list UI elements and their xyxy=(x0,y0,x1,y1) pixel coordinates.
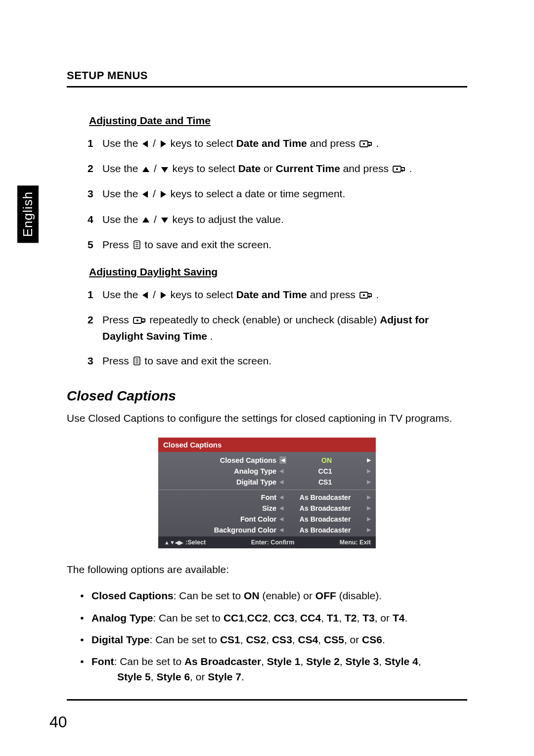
text: , xyxy=(268,612,274,623)
text: / xyxy=(154,214,160,225)
svg-point-21 xyxy=(363,294,365,296)
text: to save and exit the screen. xyxy=(144,355,271,366)
left-arrow-icon: ◀ xyxy=(279,505,283,511)
text: / xyxy=(153,188,159,199)
left-arrow-icon: ◀ xyxy=(279,456,286,464)
osd-divider xyxy=(158,489,376,490)
page-number: 40 xyxy=(49,713,67,731)
bold-text: Analog Type xyxy=(91,612,153,623)
bold-text: Digital Type xyxy=(91,634,149,645)
steps-date-time: 1 Use the / keys to select Date and Time… xyxy=(88,135,467,253)
bullet-closed-captions: • Closed Captions: Can be set to ON (ena… xyxy=(73,588,467,603)
osd-label: Font xyxy=(163,493,279,501)
subsection-date-time: Adjusting Date and Time xyxy=(89,115,467,127)
osd-label: Analog Type xyxy=(163,467,279,475)
bold-text: CS1 xyxy=(220,634,240,645)
left-arrow-icon: ◀ xyxy=(279,527,283,533)
bold-text: T1 xyxy=(327,612,339,623)
svg-marker-1 xyxy=(161,140,166,147)
text: , xyxy=(318,634,324,645)
step-text: Press repeatedly to check (enable) or un… xyxy=(102,312,467,344)
bold-text: CS6 xyxy=(362,634,382,645)
enter-icon xyxy=(393,162,405,178)
text: (disable). xyxy=(336,590,382,601)
text: . xyxy=(376,137,379,149)
enter-icon xyxy=(359,288,372,304)
osd-row-digital-type: Digital Type ◀ CS1 ▶ xyxy=(163,477,371,488)
text: , xyxy=(301,656,307,667)
osd-label: Closed Captions xyxy=(163,456,279,464)
svg-marker-12 xyxy=(142,217,149,222)
right-arrow-icon: ▶ xyxy=(367,516,371,522)
osd-menu: Closed Captions Closed Captions ◀ ON ▶ A… xyxy=(158,438,376,548)
bold-text: Date and Time xyxy=(236,137,307,149)
text: :Select xyxy=(185,539,206,546)
text: Use the xyxy=(102,188,141,199)
step-number: 2 xyxy=(88,312,102,328)
menu-icon xyxy=(133,238,141,254)
step-number: 3 xyxy=(88,186,102,202)
bold-text: T2 xyxy=(345,612,357,623)
step-5: 5 Press to save and exit the screen. xyxy=(88,237,467,253)
osd-body: Closed Captions ◀ ON ▶ Analog Type ◀ CC1… xyxy=(158,452,376,536)
osd-selector: ◀ CS1 ▶ xyxy=(279,478,371,486)
osd-value: As Broadcaster xyxy=(286,504,364,512)
svg-marker-11 xyxy=(161,191,166,198)
bold-text: CS2 xyxy=(246,634,266,645)
text: keys to select xyxy=(171,289,236,300)
bold-text: Style 4 xyxy=(385,656,418,667)
bold-text: OFF xyxy=(315,590,336,601)
text: / xyxy=(153,289,159,300)
text: . xyxy=(210,330,213,342)
closed-captions-heading: Closed Captions xyxy=(67,388,467,404)
bold-text: CC1 xyxy=(223,612,244,623)
text: , xyxy=(292,634,298,645)
text: Press xyxy=(102,239,132,250)
enter-icon xyxy=(359,136,372,152)
bullet-icon: • xyxy=(73,654,91,684)
step-1: 1 Use the / keys to select Date and Time… xyxy=(88,287,467,303)
step-1: 1 Use the / keys to select Date and Time… xyxy=(88,135,467,152)
step-number: 1 xyxy=(88,287,102,303)
osd-title: Closed Captions xyxy=(158,438,376,452)
menu-icon xyxy=(133,354,141,370)
osd-selector: ◀ As Broadcaster ▶ xyxy=(279,504,371,512)
bold-text: CS3 xyxy=(272,634,292,645)
up-arrow-icon xyxy=(142,212,150,228)
osd-row-analog-type: Analog Type ◀ CC1 ▶ xyxy=(163,466,371,477)
step-text: Use the / keys to adjust the value. xyxy=(102,212,467,228)
bold-text: CC4 xyxy=(300,612,321,623)
osd-row-font-color: Font Color ◀ As Broadcaster ▶ xyxy=(163,514,371,525)
osd-label: Size xyxy=(163,504,279,512)
text: , xyxy=(240,634,246,645)
osd-footer: ▲▼◀▶ :Select Enter: Confirm Menu: Exit xyxy=(158,536,376,548)
text: , xyxy=(340,656,346,667)
osd-value: As Broadcaster xyxy=(286,526,364,534)
bullet-text: Digital Type: Can be set to CS1, CS2, CS… xyxy=(91,632,467,647)
right-arrow-icon: ▶ xyxy=(367,457,371,463)
bold-text: CS4 xyxy=(298,634,318,645)
text: : Can be set to xyxy=(153,612,223,623)
text: keys to select xyxy=(171,137,236,149)
bold-text: Date and Time xyxy=(236,289,307,300)
steps-daylight: 1 Use the / keys to select Date and Time… xyxy=(88,287,467,369)
osd-value: CC1 xyxy=(286,467,364,475)
bold-text: Style 2 xyxy=(306,656,340,667)
step-text: Use the / keys to select Date and Time a… xyxy=(102,135,467,152)
step-number: 2 xyxy=(88,161,102,177)
osd-value: As Broadcaster xyxy=(286,515,364,523)
osd-label: Font Color xyxy=(163,515,279,523)
bold-text: Style 7 xyxy=(208,671,241,682)
text: Use the xyxy=(102,137,141,149)
text: (enable) or xyxy=(260,590,315,601)
bullet-analog-type: • Analog Type: Can be set to CC1,CC2, CC… xyxy=(73,611,467,625)
osd-selector: ◀ As Broadcaster ▶ xyxy=(279,493,371,501)
step-text: Use the / keys to select Date and Time a… xyxy=(102,287,467,303)
enter-icon xyxy=(133,313,146,329)
text: / xyxy=(153,137,159,149)
text: , xyxy=(321,612,327,623)
text: , xyxy=(294,612,300,623)
text: keys to select a date or time segment. xyxy=(171,188,346,199)
bold-text: Style 6 xyxy=(156,671,190,682)
text: , or xyxy=(344,634,362,645)
